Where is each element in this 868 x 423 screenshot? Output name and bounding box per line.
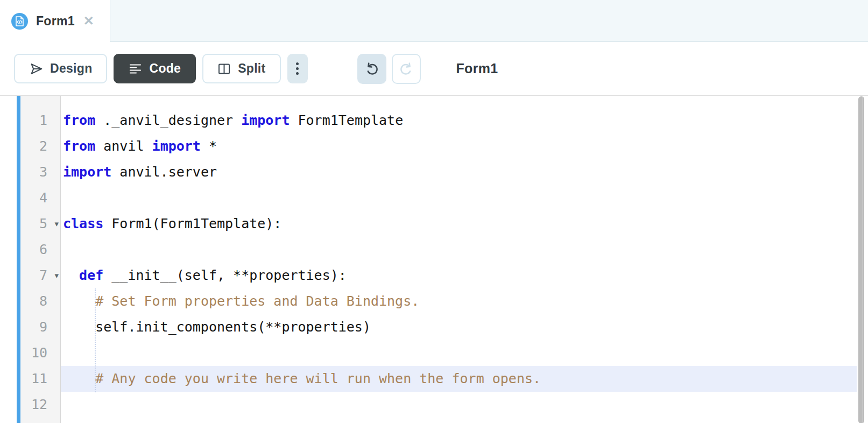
line-number: 5: [39, 216, 47, 231]
view-toolbar: Design Code Split: [0, 42, 868, 95]
code-line[interactable]: class Form1(Form1Template):: [61, 211, 857, 237]
line-number: 10: [31, 345, 47, 361]
gutter: 12345▾67▾89101112: [20, 96, 61, 423]
split-pane-icon: [217, 62, 231, 75]
form-title: Form1: [456, 61, 498, 76]
align-left-icon: [129, 62, 142, 75]
editor-accent-bar: [17, 96, 20, 423]
gutter-row: 3: [20, 159, 60, 185]
token-comment: # Set Form properties and Data Bindings.: [95, 293, 419, 309]
code-button[interactable]: Code: [114, 54, 196, 83]
code-line[interactable]: # Any code you write here will run when …: [61, 366, 857, 392]
token-text: anvil.server: [111, 164, 217, 180]
gutter-row: 10: [20, 340, 60, 366]
paper-plane-icon: [29, 62, 43, 76]
token-text: *: [201, 138, 217, 154]
scrollbar-thumb[interactable]: [858, 96, 864, 423]
token-keyword: import: [241, 112, 290, 128]
token-text: ._anvil_designer: [95, 112, 241, 128]
code-line[interactable]: [61, 392, 857, 418]
token-text: __init__(self, **properties):: [103, 267, 347, 283]
redo-icon: [398, 61, 414, 77]
token-comment: # Any code you write here will run when …: [95, 371, 541, 386]
tab-bar: Form1 ✕: [0, 0, 868, 42]
token-keyword: import: [63, 164, 111, 180]
gutter-row: 6: [20, 237, 60, 263]
line-number: 2: [39, 138, 47, 154]
gutter-row: 7▾: [20, 263, 60, 288]
line-number: 9: [39, 319, 47, 335]
tab-label: Form1: [36, 14, 75, 29]
line-number: 3: [39, 164, 47, 180]
token-keyword: class: [63, 216, 103, 231]
split-button[interactable]: Split: [202, 54, 280, 83]
token-keyword: def: [79, 267, 103, 283]
token-text: anvil: [95, 138, 152, 154]
code-line[interactable]: [61, 237, 857, 263]
close-icon[interactable]: ✕: [83, 15, 94, 27]
gutter-row: 4: [20, 185, 60, 211]
token-text: Form1(Form1Template):: [103, 216, 281, 231]
line-number: 11: [31, 371, 47, 386]
gutter-row: 9: [20, 314, 60, 340]
split-button-label: Split: [238, 61, 265, 76]
line-number: 4: [39, 190, 47, 206]
code-line[interactable]: self.init_components(**properties): [61, 314, 857, 340]
token-text: [63, 267, 79, 283]
gutter-row: 8: [20, 288, 60, 314]
undo-icon: [364, 61, 380, 77]
form-code-file-icon: [11, 13, 28, 30]
token-text: self.init_components(**properties): [63, 319, 371, 335]
scrollbar-track[interactable]: [857, 96, 868, 423]
token-keyword: from: [63, 138, 95, 154]
code-line[interactable]: [61, 340, 857, 366]
tab-form1[interactable]: Form1 ✕: [0, 0, 110, 42]
fold-arrow-icon[interactable]: ▾: [54, 211, 59, 237]
token-text: Form1Template: [290, 112, 403, 128]
code-editor: 12345▾67▾89101112 from ._anvil_designer …: [0, 95, 868, 423]
line-number: 6: [39, 242, 47, 257]
redo-button[interactable]: [392, 54, 421, 84]
token-text: [63, 293, 95, 309]
token-keyword: import: [152, 138, 201, 154]
token-text: [63, 371, 95, 386]
kebab-menu-icon: [296, 62, 299, 75]
line-number: 7: [39, 267, 47, 283]
undo-button[interactable]: [357, 54, 386, 84]
design-button[interactable]: Design: [14, 54, 107, 83]
code-line[interactable]: from anvil import *: [61, 133, 857, 159]
code-line[interactable]: def __init__(self, **properties):: [61, 263, 857, 288]
code-line[interactable]: # Set Form properties and Data Bindings.: [61, 288, 857, 314]
code-button-label: Code: [149, 61, 181, 76]
token-keyword: from: [63, 112, 95, 128]
fold-arrow-icon[interactable]: ▾: [54, 263, 59, 288]
design-button-label: Design: [50, 61, 92, 76]
gutter-row: 11: [20, 366, 60, 392]
gutter-row: 1: [20, 108, 60, 133]
code-line[interactable]: [61, 185, 857, 211]
line-number: 12: [31, 397, 47, 412]
more-options-button[interactable]: [287, 54, 308, 83]
tab-strip-empty-area: [110, 0, 868, 42]
code-line[interactable]: import anvil.server: [61, 159, 857, 185]
gutter-row: 12: [20, 392, 60, 418]
code-area[interactable]: from ._anvil_designer import Form1Templa…: [61, 96, 857, 423]
gutter-row: 5▾: [20, 211, 60, 237]
code-line[interactable]: from ._anvil_designer import Form1Templa…: [61, 108, 857, 133]
gutter-row: 2: [20, 133, 60, 159]
line-number: 8: [39, 293, 47, 309]
line-number: 1: [39, 112, 47, 128]
